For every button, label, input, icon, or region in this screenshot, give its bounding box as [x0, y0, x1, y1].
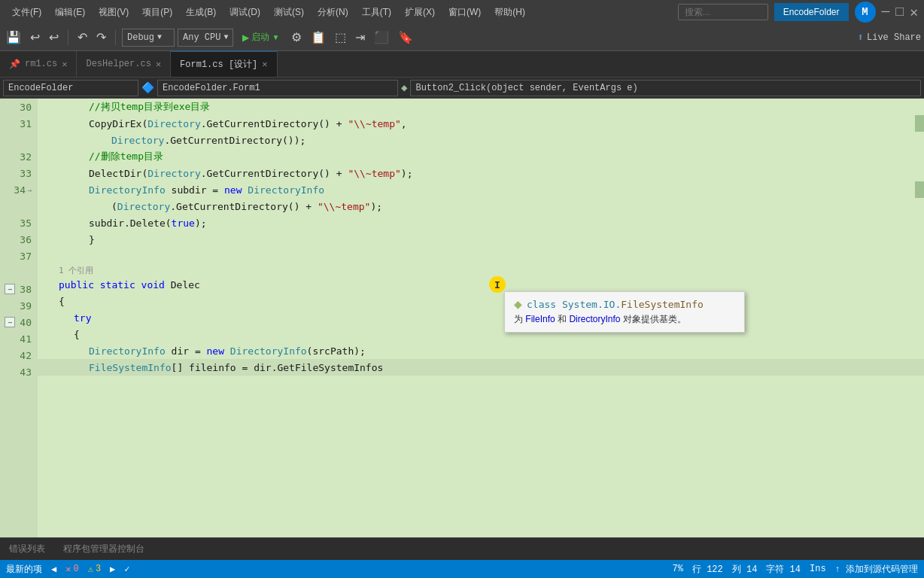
toolbar-btn-3[interactable]: ⚙: [288, 29, 305, 46]
line-num-ref: [0, 264, 38, 281]
menu-file[interactable]: 文件(F): [6, 3, 47, 22]
nav-class-dropdown[interactable]: EncodeFolder.Form1: [157, 80, 398, 96]
code-line-35: subdir.Delete(true);: [38, 214, 924, 231]
live-share-label: Live Share: [867, 32, 921, 43]
tab-label-deshelper: DesHelper.cs: [86, 59, 150, 69]
toolbar-redo[interactable]: ↷: [93, 29, 109, 46]
tooltip-class-icon: ◆: [514, 298, 522, 310]
menu-debug[interactable]: 调试(D): [223, 3, 266, 22]
line-num-31: 31: [0, 115, 38, 132]
toolbar-btn-4[interactable]: 📋: [308, 29, 329, 46]
avatar: M: [855, 2, 876, 23]
code-line-34: DirectoryInfo subdir = new DirectoryInfo: [38, 181, 924, 198]
status-nav-forward[interactable]: ▶: [110, 564, 115, 575]
code-text-39: {: [44, 296, 65, 307]
code-line-38: public static void Delec I ◆ class Syste…: [38, 276, 924, 293]
toolbar-btn-2[interactable]: ↩: [46, 29, 62, 46]
status-errors[interactable]: ✕ 0: [65, 564, 78, 575]
code-text-43: FileSystemInfo[] fileinfo = dir.GetFileS…: [44, 362, 383, 373]
nav-method-dropdown[interactable]: Button2_Click(object sender, EventArgs e…: [410, 80, 921, 96]
start-button[interactable]: ▶ 启动 ▼: [236, 29, 285, 45]
line-num-39: 39: [0, 297, 38, 314]
warning-count: 3: [96, 564, 101, 574]
debug-mode-dropdown[interactable]: Debug ▼: [122, 29, 175, 47]
line-num-34: 34→: [0, 181, 38, 198]
status-check: ✓: [124, 564, 129, 575]
toolbar-bookmark[interactable]: 🔖: [395, 29, 416, 46]
tab-close-form1design[interactable]: ✕: [262, 59, 267, 70]
title-bar-right: EncodeFolder M ─ □ ✕: [678, 2, 918, 23]
error-icon: ✕: [65, 564, 71, 575]
menu-analyze[interactable]: 分析(N): [312, 3, 354, 22]
tab-deshelper[interactable]: DesHelper.cs ✕: [77, 51, 171, 77]
line-num-35: 35: [0, 214, 38, 231]
nav-project-dropdown[interactable]: EncodeFolder: [3, 80, 138, 96]
live-share-button[interactable]: ⬆ Live Share: [858, 31, 921, 44]
menu-window[interactable]: 窗口(W): [442, 3, 487, 22]
tooltip-hl2: DirectoryInfo: [569, 314, 620, 324]
title-bar-left: 文件(F) 编辑(E) 视图(V) 项目(P) 生成(B) 调试(D) 测试(S…: [6, 3, 531, 22]
line-num-30: 30: [0, 99, 38, 115]
menu-project[interactable]: 项目(P): [136, 3, 178, 22]
search-input[interactable]: [678, 4, 768, 20]
tab-bar: 📌 rm1.cs ✕ DesHelper.cs ✕ Form1.cs [设计] …: [0, 51, 924, 78]
status-warnings[interactable]: ⚠ 3: [88, 564, 101, 575]
window-close[interactable]: ✕: [910, 4, 918, 20]
menu-build[interactable]: 生成(B): [180, 3, 222, 22]
menu-view[interactable]: 视图(V): [93, 3, 135, 22]
line-num-38: − 38: [0, 281, 38, 297]
toolbar-btn-5[interactable]: ⬚: [332, 29, 349, 46]
code-line-40: try: [38, 309, 924, 326]
toolbar-undo[interactable]: ↶: [74, 29, 90, 46]
collapse-38[interactable]: −: [5, 284, 15, 294]
menu-tools[interactable]: 工具(T): [356, 3, 397, 22]
code-text-31b: Directory.GetCurrentDirectory());: [44, 135, 305, 146]
line-num-41: 41: [0, 330, 38, 347]
scroll-mark-34: [915, 181, 924, 198]
code-text-40: try: [44, 312, 91, 324]
tooltip-class-info: class System.IO.FileSystemInfo: [527, 299, 704, 310]
menu-extensions[interactable]: 扩展(X): [399, 3, 441, 22]
status-row: 行 122: [692, 563, 723, 576]
bottom-tab-package[interactable]: 程序包管理器控制台: [54, 540, 153, 558]
toolbar-btn-6[interactable]: ⇥: [352, 29, 368, 46]
status-col: 列 14: [732, 563, 758, 576]
bottom-tab-errors[interactable]: 错误列表: [0, 540, 54, 558]
error-count: 0: [73, 564, 78, 574]
toolbar-save[interactable]: 💾: [3, 29, 24, 46]
cursor: I: [489, 276, 506, 293]
status-nav-back[interactable]: ◀: [51, 564, 56, 575]
menu-edit[interactable]: 编辑(E): [49, 3, 91, 22]
title-bar: 文件(F) 编辑(E) 视图(V) 项目(P) 生成(B) 调试(D) 测试(S…: [0, 0, 924, 24]
code-text-30: //拷贝temp目录到exe目录: [44, 100, 210, 114]
nav-class-label: EncodeFolder.Form1: [163, 83, 260, 93]
cpu-mode-dropdown[interactable]: Any CPU ▼: [178, 29, 233, 47]
tab-close-rm1cs[interactable]: ✕: [62, 59, 67, 70]
encode-folder-button[interactable]: EncodeFolder: [774, 3, 849, 21]
code-line-ref: 1 个引用: [38, 264, 924, 276]
window-minimize[interactable]: ─: [882, 5, 890, 20]
window-maximize[interactable]: □: [895, 5, 904, 20]
menu-test[interactable]: 测试(S): [268, 3, 310, 22]
tooltip-namespace: System.IO.: [562, 299, 621, 310]
code-line-43: FileSystemInfo[] fileinfo = dir.GetFileS…: [38, 359, 924, 376]
ref-label: 1 个引用: [44, 265, 93, 276]
code-text-35: subdir.Delete(true);: [44, 218, 207, 229]
cpu-mode-arrow: ▼: [223, 33, 228, 41]
collapse-40[interactable]: −: [5, 317, 15, 327]
code-text-38: public static void Delec: [44, 279, 200, 291]
live-share-icon: ⬆: [858, 31, 864, 44]
tab-close-deshelper[interactable]: ✕: [156, 59, 161, 70]
toolbar-btn-1[interactable]: ↩: [27, 29, 43, 46]
status-item-label: 最新的项: [6, 563, 42, 576]
tab-form1-design[interactable]: Form1.cs [设计] ✕: [171, 51, 277, 77]
status-source-control[interactable]: ↑ 添加到源代码管理: [835, 563, 918, 576]
code-line-37: [38, 248, 924, 264]
tab-rm1cs[interactable]: 📌 rm1.cs ✕: [0, 51, 77, 77]
toolbar-btn-7[interactable]: ⬛: [371, 29, 392, 46]
debug-mode-arrow: ▼: [157, 33, 162, 41]
menu-help[interactable]: 帮助(H): [488, 3, 531, 22]
editor-wrapper: 30 31 32 33 34→ 35 36 37 − 38 39 − 40 41…: [0, 99, 924, 537]
line-num-32: 32: [0, 148, 38, 165]
code-content[interactable]: //拷贝temp目录到exe目录 CopyDirEx(Directory.Get…: [38, 99, 924, 537]
